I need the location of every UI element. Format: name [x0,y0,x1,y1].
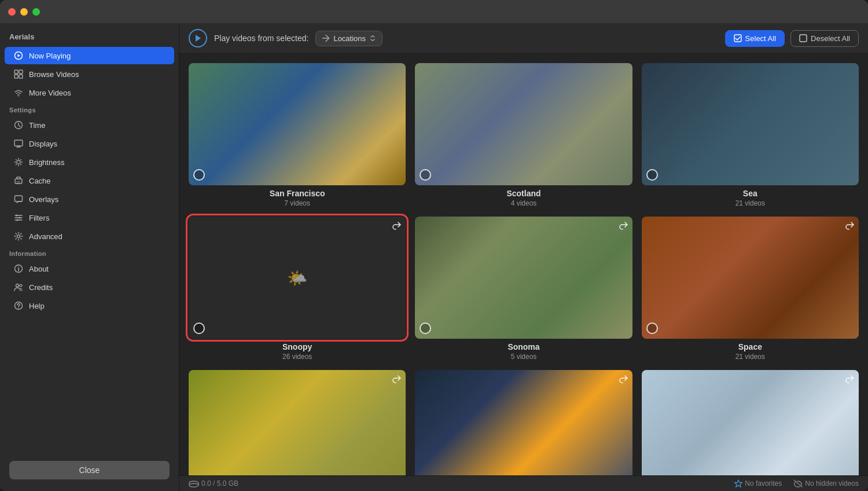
svg-rect-10 [15,179,22,184]
sidebar-label-now-playing: Now Playing [29,52,71,60]
video-thumb-sea [642,63,859,185]
sidebar-item-overlays[interactable]: Overlays [5,190,174,208]
video-checkbox-sonoma[interactable] [420,323,431,334]
svg-rect-8 [14,140,23,146]
video-checkbox-scotland[interactable] [420,169,431,181]
svg-point-21 [18,307,19,309]
sidebar-item-brightness[interactable]: Brightness [5,153,174,171]
favorites-status: No favorites [734,479,782,488]
sidebar-item-cache[interactable]: Cache [5,172,174,189]
sidebar-item-help[interactable]: Help [5,297,174,314]
select-all-button[interactable]: Select All [725,30,785,47]
sidebar-label-about: About [29,265,49,273]
video-share-space[interactable] [845,221,854,232]
grid-icon [14,69,23,79]
video-title-scotland: Scotland [415,189,632,198]
play-circle-icon [14,51,23,60]
play-button[interactable] [189,29,207,47]
checkbox-empty-icon [799,34,807,42]
sun-icon [14,157,23,167]
video-thumb-space [642,217,859,339]
video-card-san-francisco[interactable]: San Francisco 7 videos [189,63,406,207]
sidebar-label-credits: Credits [29,283,53,292]
information-section-title: Information [0,246,179,259]
video-checkbox-snoopy[interactable] [193,323,205,334]
video-count-snoopy: 26 videos [189,353,406,361]
video-card-sonoma[interactable]: Sonoma 5 videos [415,217,632,361]
video-share-texas[interactable] [619,375,628,386]
video-card-superbloom[interactable]: Superbloom 3 videos [189,370,406,475]
video-checkbox-sea[interactable] [646,169,658,181]
sidebar-label-overlays: Overlays [29,195,58,204]
svg-point-18 [16,284,19,287]
video-share-yosemite[interactable] [845,375,854,386]
video-card-sea[interactable]: Sea 21 videos [642,63,859,207]
svg-point-19 [20,284,22,287]
sidebar-label-filters: Filters [29,214,49,222]
star-icon [734,479,742,488]
titlebar [0,0,868,23]
clock-icon [14,120,23,130]
video-title-snoopy: Snoopy [189,342,406,351]
toolbar-label: Play videos from selected: [214,34,308,43]
maximize-button[interactable] [32,8,40,16]
status-right: No favorites No hidden videos [734,479,859,488]
sidebar-item-about[interactable]: About [5,260,174,277]
checkbox-checked-icon [734,34,742,42]
location-icon [322,34,330,42]
chevron-up-down-icon [369,35,376,42]
svg-point-6 [18,96,19,97]
sidebar-item-advanced[interactable]: Advanced [5,228,174,245]
video-share-superbloom[interactable] [392,375,401,386]
close-window-button[interactable]: Close [9,461,170,479]
storage-status: 0.0 / 5.0 GB [189,479,238,488]
sidebar: Aerials Now Playing [0,23,179,491]
sidebar-footer: Close [0,455,179,485]
svg-point-14 [17,219,19,221]
select-all-label: Select All [745,34,776,43]
sidebar-item-credits[interactable]: Credits [5,279,174,296]
video-thumb-superbloom [189,370,406,475]
sidebar-item-browse-videos[interactable]: Browse Videos [5,65,174,83]
svg-rect-4 [14,75,18,78]
video-share-sonoma[interactable] [619,221,628,232]
close-button[interactable] [8,8,16,16]
sidebar-label-help: Help [29,302,45,310]
sidebar-item-filters[interactable]: Filters [5,209,174,226]
sidebar-label-time: Time [29,121,45,130]
main-window: Aerials Now Playing [0,0,868,491]
sidebar-item-displays[interactable]: Displays [5,135,174,152]
main-layout: Aerials Now Playing [0,23,868,491]
sidebar-item-time[interactable]: Time [5,116,174,134]
sidebar-label-advanced: Advanced [29,232,62,241]
svg-point-12 [16,215,18,217]
video-card-snoopy[interactable]: 🌤️ Snoopy 26 videos [189,217,406,361]
svg-rect-2 [14,70,18,74]
video-card-scotland[interactable]: Scotland 4 videos [415,63,632,207]
svg-marker-1 [18,54,21,57]
video-checkbox-space[interactable] [646,323,658,334]
wifi-icon [14,88,23,97]
video-card-yosemite[interactable]: Yosemite 7 videos [642,370,859,475]
sidebar-item-more-videos[interactable]: More Videos [5,84,174,101]
settings-section-title: Settings [0,102,179,116]
video-count-sea: 21 videos [642,199,859,207]
video-thumb-scotland [415,63,632,185]
storage-text: 0.0 / 5.0 GB [201,479,238,488]
video-checkbox-san-francisco[interactable] [193,169,205,181]
hidden-status: No hidden videos [793,479,859,488]
sidebar-item-now-playing[interactable]: Now Playing [5,47,174,64]
video-card-space[interactable]: Space 21 videos [642,217,859,361]
video-share-snoopy[interactable] [392,221,401,232]
minimize-button[interactable] [20,8,28,16]
video-count-sonoma: 5 videos [415,353,632,361]
svg-point-9 [17,160,20,164]
locations-dropdown[interactable]: Locations [315,31,382,46]
deselect-all-button[interactable]: Deselect All [790,30,859,47]
video-thumb-sonoma [415,217,632,339]
video-card-texas[interactable]: Texas 2 videos [415,370,632,475]
svg-rect-5 [19,75,23,78]
svg-point-25 [189,483,198,487]
deselect-all-label: Deselect All [811,34,850,43]
users-icon [14,283,23,292]
